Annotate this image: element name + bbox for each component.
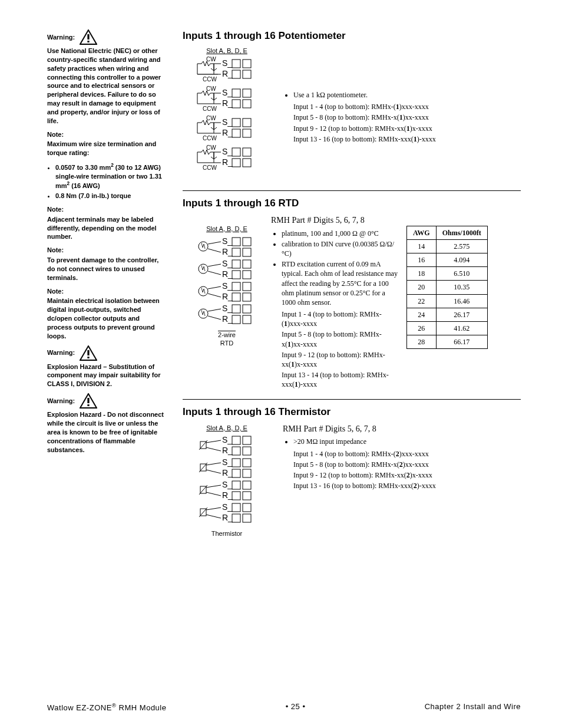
svg-line-113 [206,485,221,487]
svg-rect-117 [232,481,240,489]
svg-text:S_: S_ [222,259,232,268]
svg-line-57 [208,249,221,252]
section-title-rtd: Inputs 1 through 16 RTD [183,197,521,210]
svg-text:R_: R_ [222,468,233,477]
svg-rect-17 [243,70,251,78]
list-item: Input 9 - 12 (top to bottom): RMHx-xx(2)… [293,470,521,480]
svg-rect-88 [243,305,251,313]
svg-rect-100 [243,447,251,455]
pot-diagram: Slot A, B, D, E CW [183,47,271,182]
note-2-label: Note: [47,205,165,214]
list-item: Input 1 - 4 (top to bottom): RMHx-(1)xxx… [293,102,521,111]
svg-text:CW: CW [206,144,216,151]
table-row: 2866.17 [407,335,488,349]
svg-rect-128 [243,503,251,512]
table-header: AWG [407,226,437,239]
svg-rect-120 [243,492,251,500]
svg-rect-109 [232,469,240,477]
svg-rect-79 [243,282,251,291]
note-1-text: Maximum wire size termination and torque… [47,140,165,157]
svg-rect-110 [243,469,251,477]
svg-rect-127 [232,503,240,512]
warning-1-label: Warning: [47,33,75,42]
therm-diagram: Slot A, B, D, E S_R_ S_ [183,423,271,539]
table-row: 2216.46 [407,294,488,308]
svg-rect-129 [232,514,240,522]
svg-text:R_: R_ [222,98,233,108]
table-header: Ohms/1000ft [436,226,487,239]
svg-line-94 [206,447,221,451]
svg-text:CCW: CCW [203,135,217,141]
svg-text:S_: S_ [222,236,232,246]
rtd-caption2: RTD [183,339,271,348]
warning-3-label: Warning: [47,397,75,406]
note-3-label: Note: [47,246,165,255]
svg-line-84 [208,316,221,319]
svg-rect-97 [232,436,240,444]
warning-icon [80,29,97,45]
svg-text:S_: S_ [222,58,232,68]
svg-text:S_: S_ [222,88,232,97]
svg-rect-71 [232,271,240,279]
svg-rect-1 [88,41,90,42]
svg-text:R_: R_ [222,269,233,279]
svg-rect-4 [88,398,90,403]
list-item: Input 13 - 16 (top to bottom): RMHx-xxx(… [293,134,521,144]
footer-center: • 25 • [286,701,306,713]
svg-rect-14 [232,60,240,68]
warning-3-text: Explosion Hazard - Do not disconnect whi… [47,410,165,454]
list-item: Input 5 - 8 (top to bottom): RMHx-x(2)xx… [293,460,521,469]
svg-text:R_: R_ [222,446,233,455]
svg-text:CCW: CCW [203,164,217,171]
warning-icon [80,393,97,409]
svg-rect-63 [243,248,251,256]
note-1-label: Note: [47,130,165,139]
warning-1-header: Warning: [47,29,165,45]
svg-line-123 [206,508,221,510]
list-item: calibration to DIN curve (0.00385 Ω/Ω/°C… [282,239,401,258]
svg-text:R_: R_ [222,314,233,324]
svg-rect-53 [243,159,251,167]
note-4-text: Maintain electrical isolation between di… [47,297,165,340]
svg-rect-50 [232,148,240,156]
list-item: Input 13 - 14 (top to bottom): RMHx-xxx(… [282,370,401,389]
svg-line-103 [206,463,221,465]
svg-text:CCW: CCW [203,76,217,83]
table-row: 2010.35 [407,281,488,294]
warning-2-label: Warning: [47,348,75,357]
svg-rect-78 [232,282,240,291]
svg-line-93 [206,440,221,443]
warning-3-header: Warning: [47,393,165,409]
svg-rect-28 [232,100,240,108]
svg-line-114 [206,492,221,496]
svg-rect-5 [88,404,90,406]
pot-body: Use a 1 kΩ potentiometer. Input 1 - 4 (t… [283,47,521,145]
svg-rect-26 [232,89,240,97]
svg-text:S_: S_ [222,117,232,127]
svg-rect-16 [232,70,240,78]
svg-text:CCW: CCW [203,106,217,112]
svg-line-74 [208,286,221,289]
pot-wiring-diagram: CW S_ R_ [194,57,259,180]
table-row: 2426.17 [407,308,488,321]
warning-1-text: Use National Electric (NEC) or other cou… [47,47,165,126]
sidebar: Warning: Use National Electric (NEC) or … [47,29,165,678]
therm-caption: Thermistor [183,529,271,538]
svg-text:CW: CW [206,85,216,92]
svg-rect-52 [232,159,240,167]
awg-table: AWGOhms/1000ft 142.575 164.094 186.510 2… [406,226,488,350]
slot-label: Slot A, B, D, E [183,47,271,55]
rtd-diagram: Slot A, B, D, E S_R_ S_ [183,214,271,348]
slot-label: Slot A, B, D, E [183,424,271,433]
svg-line-66 [208,271,221,275]
main-content: Inputs 1 through 16 Potentiometer Slot A… [183,29,521,678]
svg-rect-15 [243,60,251,68]
svg-rect-89 [232,315,240,324]
footer-right: Chapter 2 Install and Wire [425,701,521,713]
svg-text:S_: S_ [222,147,232,156]
list-item: Input 5 - 8 (top to bottom): RMHx-x(1)xx… [293,113,521,122]
svg-rect-118 [243,481,251,489]
rtd-subheading: RMH Part # Digits 5, 6, 7, 8 [271,215,401,226]
svg-line-124 [206,515,221,518]
list-item: platinum, 100 and 1,000 Ω @ 0°C [282,229,401,238]
